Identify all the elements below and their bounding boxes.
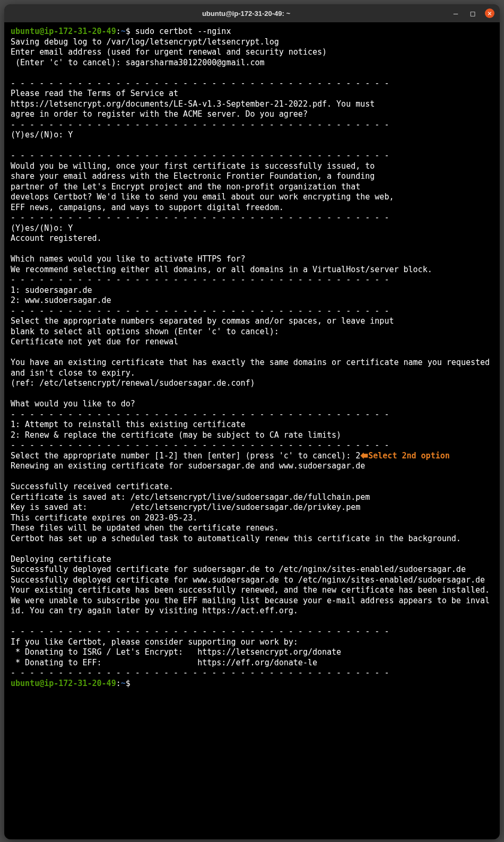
- separator-line: - - - - - - - - - - - - - - - - - - - - …: [11, 627, 493, 637]
- window-title: ubuntu@ip-172-31-20-49: ~: [41, 10, 451, 18]
- output-line: EFF news, campaigns, and ways to support…: [11, 203, 493, 213]
- annotation-text: Select 2nd option: [368, 451, 450, 461]
- output-line: Select the appropriate numbers separated…: [11, 316, 493, 327]
- prompt-user-host: ubuntu@ip-172-31-20-49: [11, 27, 116, 36]
- output-line: Successfully received certificate.: [11, 482, 493, 492]
- output-line: Certificate is saved at: /etc/letsencryp…: [11, 492, 493, 503]
- separator-line: - - - - - - - - - - - - - - - - - - - - …: [11, 79, 493, 89]
- close-button[interactable]: ×: [485, 8, 494, 18]
- output-line: (Y)es/(N)o: Y: [11, 223, 493, 234]
- titlebar: ubuntu@ip-172-31-20-49: ~ – □ ×: [4, 4, 500, 22]
- output-line: Certificate not yet due for renewal: [11, 337, 493, 348]
- prompt-colon: :: [116, 679, 121, 688]
- prompt-colon: :: [116, 27, 121, 36]
- prompt-dollar: $: [126, 27, 131, 36]
- output-line: Renewing an existing certificate for sud…: [11, 461, 493, 472]
- annotation-arrow: 🡄: [360, 451, 368, 461]
- prompt-user-host: ubuntu@ip-172-31-20-49: [11, 679, 116, 688]
- output-line: 1: sudoersagar.de: [11, 285, 493, 296]
- output-line: You have an existing certificate that ha…: [11, 358, 493, 378]
- output-line: https://letsencrypt.org/documents/LE-SA-…: [11, 99, 493, 110]
- output-line: Successfully deployed certificate for su…: [11, 565, 493, 575]
- separator-line: - - - - - - - - - - - - - - - - - - - - …: [11, 120, 493, 131]
- output-line: Deploying certificate: [11, 554, 493, 565]
- command-text: sudo certbot --nginx: [135, 27, 231, 36]
- output-line: (Enter 'c' to cancel): sagarsharma301220…: [11, 58, 493, 68]
- window-controls: – □ ×: [451, 8, 494, 18]
- output-line: Enter email address (used for urgent ren…: [11, 47, 493, 58]
- output-line: Successfully deployed certificate for ww…: [11, 575, 493, 586]
- output-line: Your existing certificate has been succe…: [11, 585, 493, 596]
- output-line: blank to select all options shown (Enter…: [11, 327, 493, 337]
- output-line: Account registered.: [11, 233, 493, 244]
- output-line: 2: Renew & replace the certificate (may …: [11, 430, 493, 441]
- output-line: Which names would you like to activate H…: [11, 254, 493, 265]
- output-line: partner of the Let's Encrypt project and…: [11, 182, 493, 193]
- separator-line: - - - - - - - - - - - - - - - - - - - - …: [11, 668, 493, 679]
- output-line: These files will be updated when the cer…: [11, 523, 493, 534]
- output-line: Certbot has set up a scheduled task to a…: [11, 534, 493, 544]
- separator-line: - - - - - - - - - - - - - - - - - - - - …: [11, 213, 493, 223]
- output-line: share your email address with the Electr…: [11, 171, 493, 182]
- output-line: 2: www.sudoersagar.de: [11, 296, 493, 306]
- output-line: agree in order to register with the ACME…: [11, 109, 493, 120]
- output-line: 1: Attempt to reinstall this existing ce…: [11, 420, 493, 430]
- output-line: (Y)es/(N)o: Y: [11, 130, 493, 141]
- output-line: Please read the Terms of Service at: [11, 89, 493, 99]
- terminal-window: ubuntu@ip-172-31-20-49: ~ – □ × ubuntu@i…: [4, 4, 500, 839]
- output-line: This certificate expires on 2023-05-23.: [11, 513, 493, 524]
- separator-line: - - - - - - - - - - - - - - - - - - - - …: [11, 440, 493, 451]
- separator-line: - - - - - - - - - - - - - - - - - - - - …: [11, 151, 493, 161]
- output-line: * Donating to ISRG / Let's Encrypt: http…: [11, 647, 493, 658]
- output-line: Would you be willing, once your first ce…: [11, 161, 493, 172]
- output-line: We recommend selecting either all domain…: [11, 265, 493, 275]
- output-line: * Donating to EFF: https://eff.org/donat…: [11, 658, 493, 669]
- output-line: If you like Certbot, please consider sup…: [11, 637, 493, 648]
- separator-line: - - - - - - - - - - - - - - - - - - - - …: [11, 275, 493, 285]
- output-line: develops Certbot? We'd like to send you …: [11, 192, 493, 203]
- prompt-dollar: $: [126, 679, 131, 688]
- separator-line: - - - - - - - - - - - - - - - - - - - - …: [11, 410, 493, 420]
- prompt-path: ~: [121, 27, 126, 36]
- output-line: Select the appropriate number [1-2] then…: [11, 451, 360, 461]
- output-line: What would you like to do?: [11, 399, 493, 410]
- maximize-button[interactable]: □: [468, 8, 477, 18]
- prompt-path: ~: [121, 679, 126, 688]
- separator-line: - - - - - - - - - - - - - - - - - - - - …: [11, 306, 493, 317]
- output-line: Saving debug log to /var/log/letsencrypt…: [11, 37, 493, 48]
- output-line: (ref: /etc/letsencrypt/renewal/sudoersag…: [11, 378, 493, 389]
- output-line: We were unable to subscribe you the EFF …: [11, 596, 493, 617]
- terminal-body[interactable]: ubuntu@ip-172-31-20-49:~$ sudo certbot -…: [4, 22, 500, 839]
- minimize-button[interactable]: –: [451, 8, 460, 18]
- output-line: Key is saved at: /etc/letsencrypt/live/s…: [11, 502, 493, 513]
